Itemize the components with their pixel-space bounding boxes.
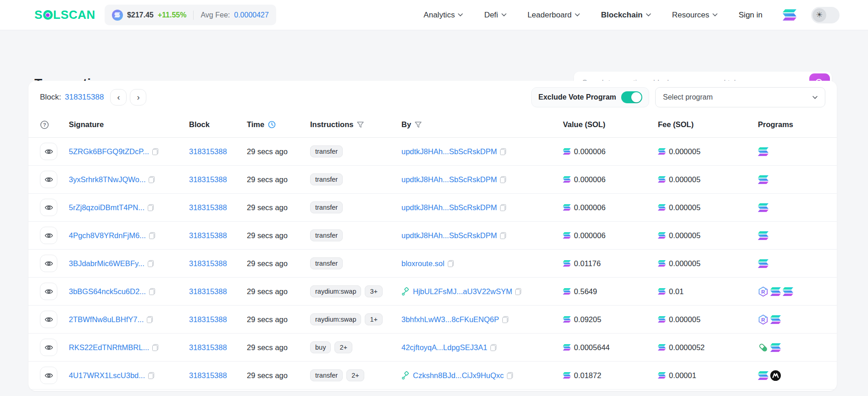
by-address-link[interactable]: updtkJ8HAh...SbScRskDPM	[401, 203, 497, 212]
by-address-link[interactable]: Czkshn8BJd...CiJx9HuQxc	[413, 371, 504, 380]
copy-icon[interactable]	[149, 176, 155, 183]
metaplex-program-icon[interactable]	[770, 370, 781, 381]
signature-link[interactable]: 2TBWfNw8uLBHfY7...	[69, 315, 144, 324]
block-link[interactable]: 318315388	[189, 259, 227, 268]
solana-program-icon[interactable]	[758, 231, 768, 240]
by-address-link[interactable]: bloxroute.sol	[401, 259, 445, 268]
instruction-tag[interactable]: 2+	[346, 369, 364, 381]
copy-icon[interactable]	[502, 316, 508, 323]
by-address-link[interactable]: 42cjftoyqA...LdpgSEJ3A1	[401, 343, 487, 352]
preview-transaction-button[interactable]	[40, 199, 57, 216]
theme-toggle[interactable]: ☀	[811, 7, 840, 23]
nav-item[interactable]: Blockchain	[601, 11, 651, 20]
preview-transaction-button[interactable]	[40, 227, 57, 244]
solana-program-icon[interactable]	[758, 371, 768, 380]
copy-icon[interactable]	[148, 372, 154, 379]
filter-icon[interactable]	[415, 122, 422, 128]
copy-icon[interactable]	[149, 288, 155, 295]
signature-link[interactable]: 5rZj8qzoiDBmtT4PN...	[69, 203, 145, 212]
instruction-tag[interactable]: transfer	[310, 145, 343, 157]
signature-link[interactable]: 4U17WRX1LscU3bd...	[69, 371, 145, 380]
copy-icon[interactable]	[500, 148, 506, 155]
by-address-link[interactable]: updtkJ8HAh...SbScRskDPM	[401, 175, 497, 184]
copy-icon[interactable]	[490, 344, 496, 351]
help-column-header[interactable]: ?	[40, 120, 69, 129]
copy-icon[interactable]	[149, 232, 155, 239]
instruction-tag[interactable]: 1+	[365, 313, 383, 325]
sign-in-button[interactable]: Sign in	[739, 11, 762, 20]
by-address-link[interactable]: updtkJ8HAh...SbScRskDPM	[401, 147, 497, 156]
copy-icon[interactable]	[448, 260, 454, 267]
block-link[interactable]: 318315388	[189, 343, 227, 352]
instruction-tag[interactable]: 2+	[334, 341, 352, 353]
signature-link[interactable]: RKS22EdTNRftMBRL...	[69, 343, 149, 352]
copy-icon[interactable]	[500, 176, 506, 183]
nav-item[interactable]: Resources	[672, 11, 718, 20]
signature-link[interactable]: 3yxSrhrk8TNwJQWo...	[69, 175, 145, 184]
by-address-link[interactable]: updtkJ8HAh...SbScRskDPM	[401, 231, 497, 240]
preview-transaction-button[interactable]	[40, 255, 57, 272]
block-link[interactable]: 318315388	[189, 175, 227, 184]
copy-icon[interactable]	[147, 316, 153, 323]
solana-program-icon[interactable]	[770, 315, 781, 324]
solana-network-icon[interactable]	[783, 9, 796, 21]
signature-link[interactable]: 3bBGS64nck5cu6D2...	[69, 287, 146, 296]
instruction-tag[interactable]: transfer	[310, 229, 343, 241]
preview-transaction-button[interactable]	[40, 143, 57, 160]
pumpfun-program-icon[interactable]	[758, 342, 768, 353]
instruction-tag[interactable]: transfer	[310, 201, 343, 213]
filter-icon[interactable]	[357, 122, 364, 128]
block-link[interactable]: 318315388	[189, 315, 227, 324]
block-link[interactable]: 318315388	[189, 203, 227, 212]
block-link[interactable]: 318315388	[189, 231, 227, 240]
copy-icon[interactable]	[148, 204, 154, 211]
clock-icon[interactable]	[268, 121, 276, 128]
exclude-vote-toggle[interactable]	[621, 91, 642, 103]
solana-program-icon[interactable]	[758, 175, 768, 184]
copy-icon[interactable]	[500, 204, 506, 211]
nav-item[interactable]: Analytics	[423, 11, 463, 20]
block-number-link[interactable]: 318315388	[65, 93, 104, 102]
signature-link[interactable]: 3BJdabrMic6WEBFy...	[69, 259, 145, 268]
signature-link[interactable]: 5ZRGk6BFGQ9tZDcP...	[69, 147, 149, 156]
preview-transaction-button[interactable]	[40, 171, 57, 188]
signature-link[interactable]: 4Pgch8V8YRdnFjM6...	[69, 231, 146, 240]
copy-icon[interactable]	[152, 148, 158, 155]
copy-icon[interactable]	[515, 288, 521, 295]
solana-program-icon[interactable]	[758, 203, 768, 212]
solana-program-icon[interactable]	[770, 287, 781, 296]
instruction-tag[interactable]: transfer	[310, 369, 343, 381]
sol-price-widget[interactable]: $217.45 +11.55% Avg Fee: 0.0000427	[105, 5, 276, 25]
solana-program-icon[interactable]	[783, 287, 793, 296]
raydium-program-icon[interactable]: R	[758, 286, 768, 297]
by-address-link[interactable]: HjbUL2FsMJ...aU3V22wSYM	[413, 287, 512, 296]
copy-icon[interactable]	[152, 344, 158, 351]
block-link[interactable]: 318315388	[189, 371, 227, 380]
previous-block-button[interactable]: ‹	[110, 89, 127, 106]
by-address-link[interactable]: 3bhfxhLwW3...8cFKuENQ6P	[401, 315, 499, 324]
block-link[interactable]: 318315388	[189, 147, 227, 156]
instruction-tag[interactable]: raydium:swap	[310, 313, 361, 325]
instruction-tag[interactable]: raydium:swap	[310, 285, 361, 297]
copy-icon[interactable]	[148, 260, 154, 267]
instruction-tag[interactable]: 3+	[365, 285, 383, 297]
nav-item[interactable]: Defi	[484, 11, 506, 20]
copy-icon[interactable]	[507, 372, 513, 379]
nav-item[interactable]: Leaderboard	[528, 11, 580, 20]
preview-transaction-button[interactable]	[40, 339, 57, 356]
next-block-button[interactable]: ›	[130, 89, 146, 106]
raydium-program-icon[interactable]: R	[758, 314, 768, 325]
instruction-tag[interactable]: transfer	[310, 257, 343, 269]
solscan-logo[interactable]: SLSCAN	[34, 8, 95, 22]
preview-transaction-button[interactable]	[40, 367, 57, 384]
instruction-tag[interactable]: buy	[310, 341, 331, 353]
preview-transaction-button[interactable]	[40, 311, 57, 328]
solana-program-icon[interactable]	[758, 147, 768, 156]
preview-transaction-button[interactable]	[40, 283, 57, 300]
select-program-dropdown[interactable]: Select program	[655, 87, 825, 107]
copy-icon[interactable]	[500, 232, 506, 239]
solana-program-icon[interactable]	[770, 343, 781, 352]
solana-program-icon[interactable]	[758, 259, 768, 268]
block-link[interactable]: 318315388	[189, 287, 227, 296]
instruction-tag[interactable]: transfer	[310, 173, 343, 185]
